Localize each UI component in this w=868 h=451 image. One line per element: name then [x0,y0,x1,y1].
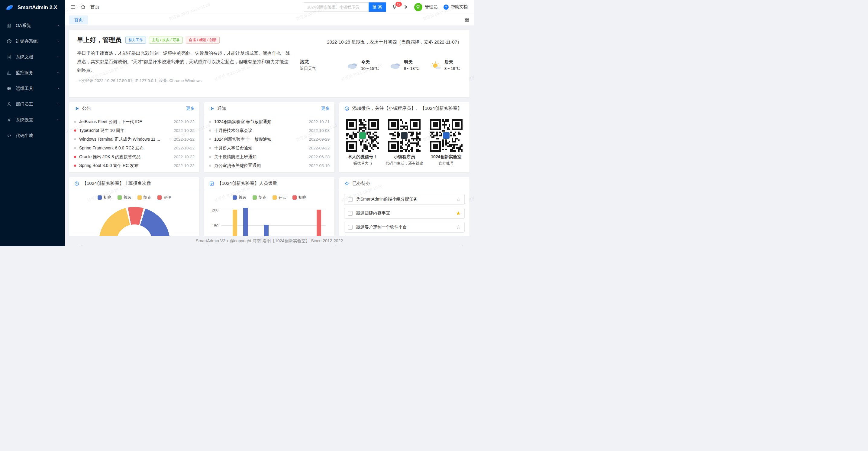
help-docs-link[interactable]: ? 帮助文档 [443,4,468,10]
greeting-tag: 努力工作 [125,37,146,44]
legend-label: 胡克 [144,195,151,200]
user-menu[interactable]: 管 管理员 [414,3,438,11]
qr-caption: 代码与生活，还有钱途 [385,161,423,166]
notice-more-link[interactable]: 更多 [321,106,330,111]
todo-checkbox[interactable] [348,211,352,216]
notice-item-date: 2022-05-19 [309,163,330,168]
weather-day-label: 今天 [361,59,379,65]
notice-item-date: 2022-10-21 [309,119,330,124]
tab-home[interactable]: 首页 [69,16,88,25]
todo-item[interactable]: 跟进团建内容事宜 ★ [344,208,465,219]
announcement-item-text: TypeScript 诞生 10 周年 [79,128,171,133]
todo-checkbox[interactable] [348,197,352,202]
notice-item[interactable]: 关于疫情防控上班通知 2022-06-28 [204,152,335,161]
greeting-tag: 自省 / 精进 / 创新 [186,37,220,44]
sidebar-item[interactable]: 部门员工 [0,96,65,112]
announcement-item-date: 2022-10-22 [174,163,194,168]
sidebar-item[interactable]: 监控服务 [0,65,65,81]
sidebar-item[interactable]: 系统设置 [0,112,65,128]
announcement-title: 公告 [82,106,91,111]
weather-city: 洛龙 近日天气 [300,59,316,72]
search-input[interactable] [304,2,369,12]
sidebar-item-label: 部门员工 [16,101,52,107]
legend-label: 善逸 [124,195,131,200]
search-button[interactable]: 搜 索 [369,2,386,12]
sidebar-item[interactable]: 系统文档 [0,49,65,65]
chevron-down-icon [56,24,60,28]
announcement-item-date: 2022-10-22 [174,119,194,124]
sidebar-item-icon [7,133,12,138]
announcement-item[interactable]: Oracle 推出 JDK 8 的直接替代品 2022-10-22 [69,152,199,161]
chevron-down-icon [56,118,60,122]
notice-item-date: 2022-10-08 [309,128,330,133]
notice-item-text: 十月份人事任命通知 [214,145,306,151]
notice-item[interactable]: 十月份人事任命通知 2022-09-22 [204,144,335,152]
gear-icon[interactable] [403,4,408,10]
legend-item[interactable]: 罗伊 [157,195,171,200]
legend-label: 开云 [279,195,286,200]
main-column: 管理员 2022-10-28 11:20管理员 2022-10-28 11:20… [65,0,474,246]
sidebar-item[interactable]: OA系统 [0,18,65,33]
avatar[interactable]: 管 [414,3,422,11]
todo-list: 为SmartAdmin前端小组分配任务 ☆ 跟进团建内容事宜 ★ [339,190,469,233]
weather-day-temp: 10～15℃ [361,66,379,72]
legend-item[interactable]: 初晓 [292,195,306,200]
sidebar-item-label: 运维工具 [16,86,52,91]
legend-item[interactable]: 胡克 [137,195,151,200]
chevron-down-icon [56,39,60,43]
todo-checkbox[interactable] [348,225,352,230]
meal-chart-legend: 善逸 胡克 开云 [204,190,335,201]
legend-item[interactable]: 善逸 [118,195,131,200]
todo-item[interactable]: 为SmartAdmin前端小组分配任务 ☆ [344,194,465,205]
menu-fold-icon[interactable] [70,4,76,10]
pie-chart-icon [74,181,80,186]
weather-icon [346,61,359,70]
bullet-dot [74,165,76,167]
announcement-item[interactable]: TypeScript 诞生 10 周年 2022-10-22 [69,126,199,135]
notice-item[interactable]: 1024创新实验室 春节放假通知 2022-10-21 [204,117,335,126]
speaker-icon [74,106,80,111]
home-icon[interactable] [81,4,86,10]
announcement-item-date: 2022-10-22 [174,146,194,150]
weather-day-temp: 8～19℃ [444,66,460,72]
sidebar-item[interactable]: 代码生成 [0,128,65,143]
announcement-more-link[interactable]: 更多 [186,106,194,111]
fishing-chart-card: 【1024创新实验室】上班摸鱼次数 初晓 善逸 [69,177,199,236]
announcement-item[interactable]: JetBrains Fleet 公测，下一代 IDE 2022-10-22 [69,117,199,126]
notice-card: 通知 更多 1024创新实验室 春节放假通知 2022-10-21 [204,102,335,172]
announcement-item[interactable]: Windows Terminal 正式成为 Windows 11 ... 202… [69,135,199,144]
last-login-info: 上次登录:2022-10-26 17:50:51; IP:127.0.0.1; … [77,78,291,83]
grid-layout-icon[interactable] [464,17,469,22]
qr-column: 小镇程序员 代码与生活，还有钱途 [384,119,425,166]
sidebar-item[interactable]: 运维工具 [0,81,65,96]
todo-star-icon[interactable]: ★ [456,211,461,216]
notice-item[interactable]: 十月份技术分享会议 2022-10-08 [204,126,335,135]
notice-item[interactable]: 办公室消杀关键位置通知 2022-05-19 [204,161,335,170]
greeting-tag: 主动 / 皮实 / 可靠 [149,37,183,44]
topbar-right: 搜 索 12 管 管理员 ? 帮助文档 [304,2,468,12]
qr-center-badge [359,132,367,139]
todo-item[interactable]: 跟进客户定制一个软件平台 ☆ [344,222,465,233]
announcement-item[interactable]: Spring Framework 6.0.0 RC2 发布 2022-10-22 [69,144,199,152]
legend-label: 初晓 [299,195,306,200]
notice-item-date: 2022-09-29 [309,137,330,142]
announcement-item[interactable]: Spring Boot 3.0.0 首个 RC 发布 2022-10-22 [69,161,199,170]
weather-day: 今天 10～15℃ [346,59,379,72]
notifications-button[interactable]: 12 [392,4,397,10]
todo-star-icon[interactable]: ☆ [456,225,461,230]
notice-title: 通知 [217,106,226,111]
breadcrumb[interactable]: 首页 [90,4,99,10]
donut-chart-area [69,201,199,236]
legend-item[interactable]: 初晓 [98,195,112,200]
todo-star-icon[interactable]: ☆ [456,197,461,202]
notice-item[interactable]: 1024创新实验室 十一放假通知 2022-09-29 [204,135,335,144]
legend-item[interactable]: 善逸 [232,195,247,200]
notice-item-text: 办公室消杀关键位置通知 [214,163,306,168]
legend-item[interactable]: 胡克 [253,195,267,200]
sidebar-item[interactable]: 进销存系统 [0,33,65,49]
legend-swatch [137,195,142,200]
qr-name: 卓大的微信号！ [348,154,377,160]
meal-chart-title: 【1024创新实验室】人员饭量 [217,180,277,186]
legend-item[interactable]: 开云 [273,195,286,200]
qr-code-image [346,119,379,152]
